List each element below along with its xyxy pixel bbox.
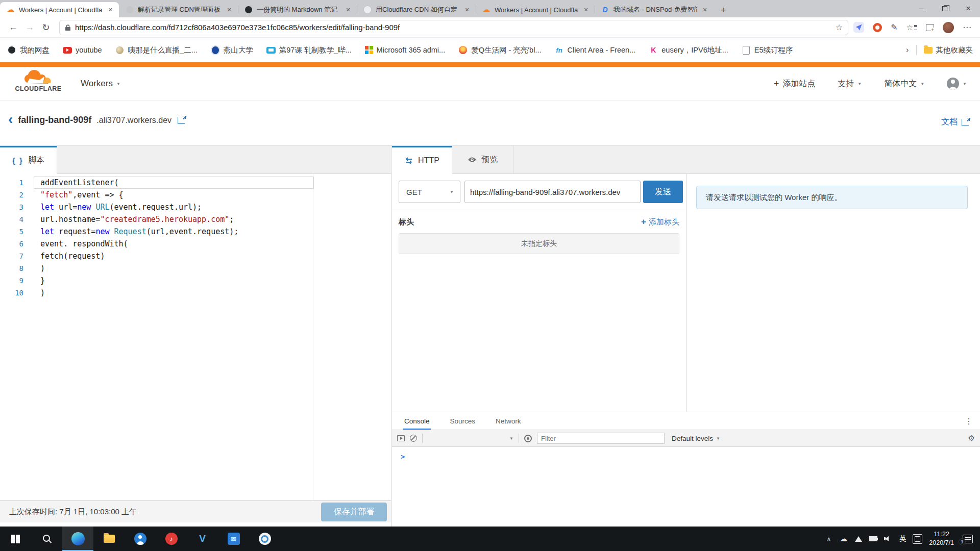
collections-icon[interactable] xyxy=(926,24,934,31)
support-dropdown[interactable]: 支持 ▼ xyxy=(838,79,862,89)
tab-http[interactable]: HTTP xyxy=(392,146,452,174)
bookmark-item[interactable]: Client Area - Freen... xyxy=(554,46,635,54)
taskbar-mail-button[interactable] xyxy=(218,527,249,551)
console-sidebar-icon[interactable] xyxy=(397,435,405,441)
bookmark-item[interactable]: 爱Q生活网 - 亮亮'bl... xyxy=(458,45,541,55)
code-line[interactable]: 8) xyxy=(0,262,391,274)
code-line[interactable]: 7fetch(request) xyxy=(0,250,391,262)
code-line[interactable]: 3let url=new URL(event.request.url); xyxy=(0,201,391,213)
battery-icon[interactable] xyxy=(869,534,878,543)
other-favorites-folder[interactable]: 其他收藏夹 xyxy=(924,45,973,55)
clock[interactable]: 11:22 2020/7/1 xyxy=(929,530,954,547)
code-line[interactable]: 4url.hostname="createdrame5.herokuapp.co… xyxy=(0,213,391,226)
request-url-input[interactable] xyxy=(464,181,641,203)
workers-nav-dropdown[interactable]: Workers ▼ xyxy=(81,67,120,101)
chevron-up-icon[interactable] xyxy=(824,534,834,543)
taskbar-circle-app-button[interactable] xyxy=(249,527,280,551)
bird-extension-icon[interactable] xyxy=(853,22,864,33)
bookmark-item[interactable]: E5续订程序 xyxy=(742,45,793,55)
code-editor[interactable]: 1addEventListener(2"fetch",event => {3le… xyxy=(0,174,391,500)
bookmark-item[interactable]: Microsoft 365 admi... xyxy=(365,46,446,54)
clear-console-icon[interactable] xyxy=(410,435,417,442)
console-prompt[interactable]: > xyxy=(392,447,980,461)
bookmark-item[interactable]: 第97课 轧制教学_哔... xyxy=(266,45,352,55)
docs-link[interactable]: 文档 xyxy=(941,117,969,128)
code-line[interactable]: 2"fetch",event => { xyxy=(0,189,391,201)
taskbar-explorer-button[interactable] xyxy=(93,527,125,551)
browser-profile-avatar[interactable] xyxy=(943,22,954,33)
new-tab-button[interactable]: + xyxy=(716,3,731,17)
wifi-icon[interactable] xyxy=(854,534,863,543)
browser-tab[interactable]: 用Cloudflare CDN 如何自定× xyxy=(357,2,476,17)
code-line[interactable]: 6event. respondWith( xyxy=(0,238,391,250)
taskbar-search-button[interactable] xyxy=(31,527,62,551)
live-expression-eye-icon[interactable] xyxy=(524,435,532,442)
method-select[interactable]: GET ▼ xyxy=(399,181,460,203)
devtools-panel: ConsoleSourcesNetwork ⋮ ▼ Default levels… xyxy=(392,412,980,527)
bookmark-label: E5续订程序 xyxy=(754,45,793,55)
tab-close-icon[interactable]: × xyxy=(225,5,234,14)
taskbar-music-button[interactable] xyxy=(156,527,187,551)
language-dropdown[interactable]: 简体中文 ▼ xyxy=(884,79,924,89)
bookmark-item[interactable]: 燕山大学 xyxy=(211,45,253,55)
bookmark-item[interactable]: 咦那是什么直播_二... xyxy=(115,45,198,55)
open-worker-external-link-icon[interactable] xyxy=(178,117,185,124)
taskbar-edge-button[interactable] xyxy=(62,527,93,551)
cloudflare-logo[interactable]: CLOUDFLARE xyxy=(10,69,66,92)
back-button[interactable]: ← xyxy=(5,19,21,36)
bookmark-item[interactable]: 我的网盘 xyxy=(7,45,50,55)
pen-extension-icon[interactable] xyxy=(891,22,897,32)
tab-close-icon[interactable]: × xyxy=(581,5,591,14)
add-header-button[interactable]: + 添加标头 xyxy=(641,217,679,227)
gear-icon[interactable]: ⚙ xyxy=(968,434,975,443)
account-dropdown[interactable]: ▼ xyxy=(947,78,967,90)
devtools-tab-console[interactable]: Console xyxy=(403,412,431,430)
onedrive-icon[interactable] xyxy=(839,534,848,543)
tab-close-icon[interactable]: × xyxy=(106,5,115,14)
window-restore-button[interactable] xyxy=(933,0,957,17)
console-filter-input[interactable] xyxy=(537,433,665,444)
code-line[interactable]: 9} xyxy=(0,274,391,287)
browser-tab[interactable]: 我的域名 - DNSPod-免费智能× xyxy=(595,2,714,17)
orange-ring-extension-icon[interactable] xyxy=(873,23,882,32)
bookmarks-overflow-chevron[interactable]: › xyxy=(906,45,909,55)
tab-script[interactable]: { } 脚本 xyxy=(0,146,57,174)
ime-icon[interactable] xyxy=(913,534,922,544)
bookmark-item[interactable]: eusery，IPV6地址... xyxy=(649,45,728,55)
browser-tab[interactable]: 解析记录管理 CDN管理面板× xyxy=(119,2,238,17)
devtools-tab-network[interactable]: Network xyxy=(495,412,522,430)
log-levels-dropdown[interactable]: Default levels ▼ xyxy=(672,435,720,442)
tab-preview[interactable]: 预览 xyxy=(452,146,513,173)
add-favorite-star-icon[interactable]: ☆ xyxy=(836,22,843,32)
send-button[interactable]: 发送 xyxy=(643,181,683,203)
browser-tab[interactable]: Workers | Account | Cloudfla× xyxy=(0,2,119,17)
address-bar[interactable]: https://dash.cloudflare.com/fd712cf806a4… xyxy=(59,20,848,35)
code-line[interactable]: 1addEventListener( xyxy=(0,177,391,189)
window-minimize-button[interactable] xyxy=(910,0,933,17)
action-center-button[interactable]: 1 xyxy=(963,535,973,543)
tab-close-icon[interactable]: × xyxy=(344,5,353,14)
save-and-deploy-button[interactable]: 保存并部署 xyxy=(321,503,387,521)
taskbar-v-button[interactable] xyxy=(187,527,218,551)
add-site-button[interactable]: + 添加站点 xyxy=(774,79,816,89)
back-chevron-icon[interactable]: ‹ xyxy=(8,114,13,125)
context-select[interactable]: ▼ xyxy=(428,436,513,441)
window-close-button[interactable]: × xyxy=(957,0,980,17)
tab-close-icon[interactable]: × xyxy=(700,5,709,14)
tab-close-icon[interactable]: × xyxy=(462,5,472,14)
devtools-tab-sources[interactable]: Sources xyxy=(449,412,477,430)
bookmark-item[interactable]: youtube xyxy=(63,46,102,54)
code-line[interactable]: 5let request=new Request(url,event.reque… xyxy=(0,226,391,238)
volume-icon[interactable] xyxy=(884,534,893,543)
input-language-indicator[interactable]: 英 xyxy=(899,534,906,543)
taskbar-contacts-button[interactable] xyxy=(125,527,156,551)
forward-button[interactable]: → xyxy=(21,19,38,36)
favorites-bar-icon[interactable] xyxy=(906,23,917,32)
taskbar-start-button[interactable] xyxy=(0,527,31,551)
refresh-button[interactable]: ↻ xyxy=(38,19,54,36)
browser-tab[interactable]: Workers | Account | Cloudfla× xyxy=(476,2,595,17)
browser-tab[interactable]: 一份简明的 Markdown 笔记× xyxy=(238,2,357,17)
kebab-menu-icon[interactable]: ⋮ xyxy=(965,416,973,426)
code-line[interactable]: 10) xyxy=(0,287,391,299)
browser-menu-icon[interactable]: ⋯ xyxy=(963,22,972,33)
